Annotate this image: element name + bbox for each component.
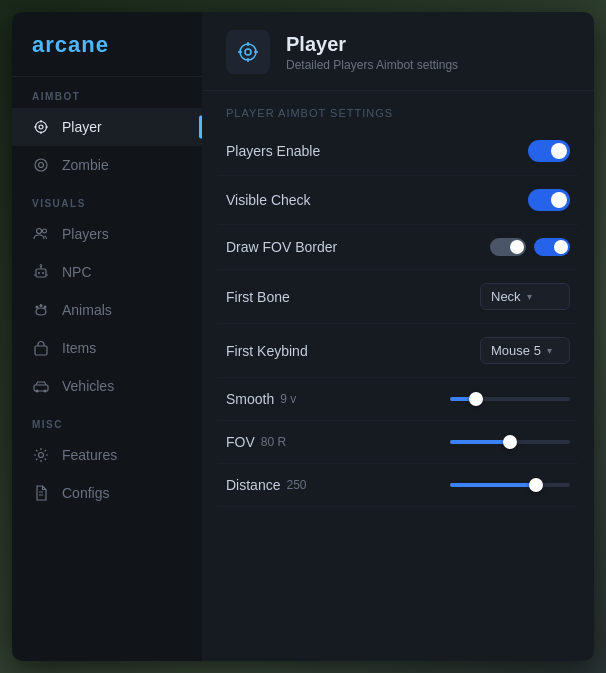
page-icon bbox=[226, 30, 270, 74]
sidebar-item-configs[interactable]: Configs bbox=[12, 474, 202, 512]
setting-row-visible_check: Visible Check bbox=[218, 176, 578, 225]
setting-control-smooth bbox=[450, 397, 570, 401]
svg-point-28 bbox=[245, 49, 251, 55]
svg-point-18 bbox=[40, 304, 43, 307]
svg-rect-20 bbox=[35, 346, 47, 355]
setting-control-fov bbox=[450, 440, 570, 444]
slider-thumb-distance[interactable] bbox=[529, 478, 543, 492]
svg-point-6 bbox=[35, 159, 47, 171]
sidebar-section-label-visuals: VISUALS bbox=[12, 184, 202, 215]
app-container: arcane AIMBOTPlayerZombieVISUALSPlayersN… bbox=[12, 12, 594, 661]
sidebar-item-zombie[interactable]: Zombie bbox=[12, 146, 202, 184]
crosshair-icon bbox=[32, 118, 50, 136]
slider-fill-distance bbox=[450, 483, 536, 487]
setting-label-players_enable: Players Enable bbox=[226, 143, 320, 159]
page-subtitle: Detailed Players Aimbot settings bbox=[286, 58, 458, 72]
settings-section-label: Player Aimbot Settings bbox=[202, 91, 594, 127]
setting-row-draw_fov_border: Draw FOV Border bbox=[218, 225, 578, 270]
file-icon bbox=[32, 484, 50, 502]
sidebar-item-features[interactable]: Features bbox=[12, 436, 202, 474]
setting-row-fov: FOV80 R bbox=[218, 421, 578, 464]
sidebar-item-label-npc: NPC bbox=[62, 264, 92, 280]
svg-point-14 bbox=[40, 265, 42, 267]
svg-point-27 bbox=[240, 44, 256, 60]
paw-icon bbox=[32, 301, 50, 319]
svg-point-0 bbox=[36, 122, 47, 133]
svg-point-23 bbox=[44, 390, 47, 393]
sidebar-section-label-misc: MISC bbox=[12, 405, 202, 436]
users-icon bbox=[32, 225, 50, 243]
bag-icon bbox=[32, 339, 50, 357]
logo: arcane bbox=[32, 32, 109, 57]
setting-control-first_bone: Neck▾ bbox=[480, 283, 570, 310]
sidebar: arcane AIMBOTPlayerZombieVISUALSPlayersN… bbox=[12, 12, 202, 661]
gear-icon bbox=[32, 446, 50, 464]
settings-list: Players EnableVisible CheckDraw FOV Bord… bbox=[202, 127, 594, 507]
sidebar-item-label-features: Features bbox=[62, 447, 117, 463]
sidebar-item-players[interactable]: Players bbox=[12, 215, 202, 253]
setting-control-distance bbox=[450, 483, 570, 487]
setting-label-text-smooth: Smooth bbox=[226, 391, 274, 407]
setting-row-first_bone: First BoneNeck▾ bbox=[218, 270, 578, 324]
dropdown-first_keybind[interactable]: Mouse 5▾ bbox=[480, 337, 570, 364]
sidebar-item-label-vehicles: Vehicles bbox=[62, 378, 114, 394]
slider-track-fov[interactable] bbox=[450, 440, 570, 444]
page-title-group: Player Detailed Players Aimbot settings bbox=[286, 33, 458, 72]
sidebar-item-npc[interactable]: NPC bbox=[12, 253, 202, 291]
slider-thumb-fov[interactable] bbox=[503, 435, 517, 449]
setting-control-visible_check bbox=[528, 189, 570, 211]
page-header: Player Detailed Players Aimbot settings bbox=[202, 12, 594, 91]
slider-fill-fov bbox=[450, 440, 510, 444]
setting-inline-value-distance: 250 bbox=[286, 478, 306, 492]
setting-row-distance: Distance250 bbox=[218, 464, 578, 507]
sidebar-item-label-items: Items bbox=[62, 340, 96, 356]
sidebar-item-items[interactable]: Items bbox=[12, 329, 202, 367]
setting-label-smooth: Smooth9 v bbox=[226, 391, 296, 407]
sidebar-item-animals[interactable]: Animals bbox=[12, 291, 202, 329]
toggle-thumb-visible_check bbox=[551, 192, 567, 208]
setting-label-text-distance: Distance bbox=[226, 477, 280, 493]
toggle-gray-thumb-draw_fov_border bbox=[510, 240, 524, 254]
sidebar-item-label-players: Players bbox=[62, 226, 109, 242]
page-title: Player bbox=[286, 33, 458, 56]
svg-point-1 bbox=[39, 125, 43, 129]
dropdown-first_bone[interactable]: Neck▾ bbox=[480, 283, 570, 310]
target-icon bbox=[32, 156, 50, 174]
setting-label-draw_fov_border: Draw FOV Border bbox=[226, 239, 337, 255]
setting-label-first_keybind: First Keybind bbox=[226, 343, 308, 359]
slider-thumb-smooth[interactable] bbox=[469, 392, 483, 406]
setting-label-text-fov: FOV bbox=[226, 434, 255, 450]
svg-point-11 bbox=[38, 272, 40, 274]
dropdown-value-first_keybind: Mouse 5 bbox=[491, 343, 541, 358]
slider-track-distance[interactable] bbox=[450, 483, 570, 487]
setting-label-visible_check: Visible Check bbox=[226, 192, 311, 208]
toggle-blue-thumb-draw_fov_border bbox=[554, 240, 568, 254]
chevron-down-icon-first_keybind: ▾ bbox=[547, 345, 552, 356]
toggle-players_enable[interactable] bbox=[528, 140, 570, 162]
setting-control-players_enable bbox=[528, 140, 570, 162]
main-content: Player Detailed Players Aimbot settings … bbox=[202, 12, 594, 661]
dropdown-value-first_bone: Neck bbox=[491, 289, 521, 304]
sidebar-item-vehicles[interactable]: Vehicles bbox=[12, 367, 202, 405]
logo-area: arcane bbox=[12, 12, 202, 77]
toggle-visible_check[interactable] bbox=[528, 189, 570, 211]
toggle-blue-draw_fov_border[interactable] bbox=[534, 238, 570, 256]
svg-point-8 bbox=[37, 229, 42, 234]
slider-track-smooth[interactable] bbox=[450, 397, 570, 401]
setting-label-first_bone: First Bone bbox=[226, 289, 290, 305]
sidebar-item-player[interactable]: Player bbox=[12, 108, 202, 146]
setting-label-distance: Distance250 bbox=[226, 477, 307, 493]
crosshair-icon bbox=[236, 40, 260, 64]
robot-icon bbox=[32, 263, 50, 281]
sidebar-item-label-animals: Animals bbox=[62, 302, 112, 318]
setting-row-smooth: Smooth9 v bbox=[218, 378, 578, 421]
svg-point-12 bbox=[42, 272, 44, 274]
setting-control-draw_fov_border bbox=[490, 238, 570, 256]
setting-inline-value-fov: 80 R bbox=[261, 435, 286, 449]
setting-row-first_keybind: First KeybindMouse 5▾ bbox=[218, 324, 578, 378]
setting-inline-value-smooth: 9 v bbox=[280, 392, 296, 406]
sidebar-item-label-zombie: Zombie bbox=[62, 157, 109, 173]
sidebar-section-label-aimbot: AIMBOT bbox=[12, 77, 202, 108]
setting-row-players_enable: Players Enable bbox=[218, 127, 578, 176]
toggle-gray-draw_fov_border[interactable] bbox=[490, 238, 526, 256]
